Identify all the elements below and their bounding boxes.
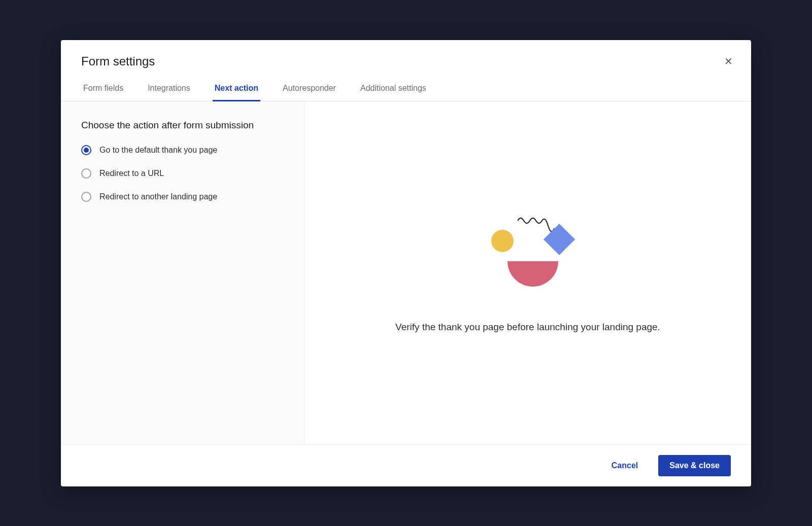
squiggle-icon xyxy=(518,218,554,231)
radio-option-redirect-landing[interactable]: Redirect to another landing page xyxy=(81,192,284,202)
sidebar: Choose the action after form submission … xyxy=(61,101,304,444)
tab-form-fields[interactable]: Form fields xyxy=(81,79,125,101)
radio-label: Go to the default thank you page xyxy=(99,146,217,155)
modal-header: Form settings xyxy=(61,40,751,68)
cancel-button[interactable]: Cancel xyxy=(607,456,642,475)
sidebar-heading: Choose the action after form submission xyxy=(81,120,284,131)
radio-input xyxy=(81,145,91,155)
radio-option-redirect-url[interactable]: Redirect to a URL xyxy=(81,168,284,179)
radio-input xyxy=(81,168,91,179)
form-settings-modal: ✕ Form settings Form fields Integrations… xyxy=(61,40,751,486)
radio-option-default-thankyou[interactable]: Go to the default thank you page xyxy=(81,145,284,155)
tab-next-action[interactable]: Next action xyxy=(213,79,260,101)
close-icon: ✕ xyxy=(724,56,733,67)
radio-input xyxy=(81,192,91,202)
radio-group: Go to the default thank you page Redirec… xyxy=(81,145,284,202)
circle-icon xyxy=(491,230,514,252)
modal-footer: Cancel Save & close xyxy=(61,444,751,486)
modal-title: Form settings xyxy=(81,54,731,68)
tab-autoresponder[interactable]: Autoresponder xyxy=(281,79,338,101)
main-panel: Verify the thank you page before launchi… xyxy=(304,101,751,444)
abstract-shapes-icon xyxy=(477,213,579,299)
tab-additional-settings[interactable]: Additional settings xyxy=(358,79,428,101)
save-close-button[interactable]: Save & close xyxy=(658,455,731,476)
illustration xyxy=(477,213,579,301)
semicircle-icon xyxy=(507,261,558,287)
main-message: Verify the thank you page before launchi… xyxy=(395,322,660,333)
tab-integrations[interactable]: Integrations xyxy=(146,79,192,101)
content: Choose the action after form submission … xyxy=(61,101,751,444)
tabs: Form fields Integrations Next action Aut… xyxy=(61,68,751,101)
radio-label: Redirect to a URL xyxy=(99,169,164,178)
diamond-icon xyxy=(544,223,575,255)
radio-label: Redirect to another landing page xyxy=(99,192,217,201)
close-button[interactable]: ✕ xyxy=(722,54,735,68)
